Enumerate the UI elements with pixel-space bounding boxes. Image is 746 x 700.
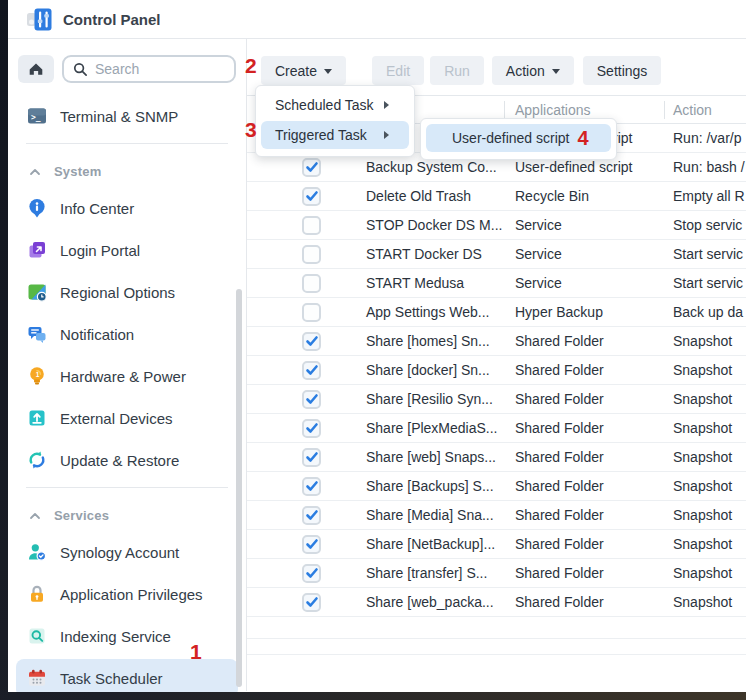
toolbar-button-label: Action bbox=[506, 63, 545, 79]
row-checkbox[interactable] bbox=[302, 593, 321, 612]
row-checkbox[interactable] bbox=[302, 245, 321, 264]
sidebar-item-notification[interactable]: Notification bbox=[16, 315, 238, 353]
row-checkbox[interactable] bbox=[302, 564, 321, 583]
settings-button[interactable]: Settings bbox=[583, 56, 662, 85]
sidebar-item-external-devices[interactable]: External Devices bbox=[16, 399, 238, 437]
row-checkbox[interactable] bbox=[302, 361, 321, 380]
row-checkbox[interactable] bbox=[302, 390, 321, 409]
table-row[interactable]: Share [transfer] S...Shared FolderSnapsh… bbox=[247, 559, 746, 588]
row-checkbox[interactable] bbox=[302, 274, 321, 293]
sidebar-item-synology-account[interactable]: Synology Account bbox=[16, 533, 238, 571]
row-application-cell: Shared Folder bbox=[505, 391, 665, 407]
sidebar-item-indexing-service[interactable]: Indexing Service bbox=[16, 617, 238, 655]
sidebar-item-update-restore[interactable]: Update & Restore bbox=[16, 441, 238, 479]
row-application-cell: Shared Folder bbox=[505, 362, 665, 378]
row-action-cell: Back up da bbox=[665, 304, 746, 320]
row-name-cell: START Docker DS bbox=[247, 245, 505, 264]
task-name: Share [NetBackup]... bbox=[366, 536, 495, 552]
row-application-cell: Service bbox=[505, 246, 665, 262]
submenu-arrow-icon bbox=[384, 131, 389, 139]
sidebar-scrollbar[interactable] bbox=[236, 289, 242, 687]
caret-down-icon bbox=[552, 69, 560, 74]
control-panel-window: Control Panel Search >_Terminal & SNMP S… bbox=[8, 0, 746, 692]
row-checkbox[interactable] bbox=[302, 448, 321, 467]
search-input[interactable]: Search bbox=[62, 55, 236, 83]
table-row[interactable]: START Docker DSServiceStart servic bbox=[247, 240, 746, 269]
sidebar-item-hardware-power[interactable]: 1Hardware & Power bbox=[16, 357, 238, 395]
table-row[interactable]: Share [Backups] S...Shared FolderSnapsho… bbox=[247, 472, 746, 501]
sidebar-divider bbox=[26, 143, 228, 144]
annotation-number: 4 bbox=[578, 127, 589, 150]
row-checkbox[interactable] bbox=[302, 216, 321, 235]
row-name-cell: Share [docker] Sn... bbox=[247, 361, 505, 380]
login-portal-icon bbox=[27, 240, 47, 260]
table-row[interactable]: Share [Resilio Syn...Shared FolderSnapsh… bbox=[247, 385, 746, 414]
table-row[interactable]: Share [NetBackup]...Shared FolderSnapsho… bbox=[247, 530, 746, 559]
menu-item-scheduled-task[interactable]: Scheduled Task bbox=[261, 91, 409, 119]
sidebar-item-label: Synology Account bbox=[60, 544, 179, 561]
row-checkbox[interactable] bbox=[302, 303, 321, 322]
row-checkbox[interactable] bbox=[302, 506, 321, 525]
task-name: Share [PlexMediaS... bbox=[366, 420, 498, 436]
section-header-services[interactable]: Services bbox=[8, 496, 246, 533]
application-privileges-icon bbox=[27, 584, 47, 604]
title-bar: Control Panel bbox=[8, 0, 746, 39]
row-checkbox[interactable] bbox=[302, 332, 321, 351]
sidebar-item-label: Update & Restore bbox=[60, 452, 179, 469]
table-row[interactable]: Share [Media] Sna...Shared FolderSnapsho… bbox=[247, 501, 746, 530]
row-checkbox[interactable] bbox=[302, 477, 321, 496]
row-action-cell: Start servic bbox=[665, 246, 746, 262]
create-button[interactable]: Create bbox=[261, 56, 346, 85]
row-action-cell: Snapshot bbox=[665, 594, 746, 610]
row-checkbox[interactable] bbox=[302, 187, 321, 206]
svg-text:>_: >_ bbox=[31, 113, 41, 122]
sidebar-item-application-privileges[interactable]: Application Privileges bbox=[16, 575, 238, 613]
sidebar-item-label: Login Portal bbox=[60, 242, 140, 259]
row-checkbox[interactable] bbox=[302, 419, 321, 438]
home-button[interactable] bbox=[18, 55, 54, 83]
caret-down-icon bbox=[324, 69, 332, 74]
sidebar-item-login-portal[interactable]: Login Portal bbox=[16, 231, 238, 269]
section-header-system[interactable]: System bbox=[8, 152, 246, 189]
window-title: Control Panel bbox=[63, 11, 161, 28]
action-button[interactable]: Action bbox=[492, 56, 574, 85]
task-name: STOP Docker DS M... bbox=[366, 217, 502, 233]
row-application-cell: User-defined script bbox=[505, 159, 665, 175]
table-row[interactable]: Share [web_packa...Shared FolderSnapshot bbox=[247, 588, 746, 617]
sidebar-item-label: Regional Options bbox=[60, 284, 175, 301]
row-checkbox[interactable] bbox=[302, 535, 321, 554]
table-row[interactable]: Share [homes] Sn...Shared FolderSnapshot bbox=[247, 327, 746, 356]
table-row[interactable]: Delete Old TrashRecycle BinEmpty all R bbox=[247, 182, 746, 211]
table-row[interactable]: Share [web] Snaps...Shared FolderSnapsho… bbox=[247, 443, 746, 472]
submenu-item-user-defined-script[interactable]: User-defined script4 bbox=[426, 124, 611, 152]
svg-text:1: 1 bbox=[36, 371, 40, 378]
sidebar-item-terminal-snmp[interactable]: >_Terminal & SNMP bbox=[16, 97, 238, 135]
sidebar-item-info-center[interactable]: Info Center bbox=[16, 189, 238, 227]
table-row[interactable]: Share [docker] Sn...Shared FolderSnapsho… bbox=[247, 356, 746, 385]
control-panel-icon bbox=[26, 6, 53, 33]
row-action-cell: Snapshot bbox=[665, 333, 746, 349]
menu-item-triggered-task[interactable]: Triggered Task bbox=[261, 121, 409, 149]
table-row[interactable]: App Settings Web...Hyper BackupBack up d… bbox=[247, 298, 746, 327]
sidebar-item-task-scheduler[interactable]: Task Scheduler bbox=[16, 659, 238, 692]
search-icon bbox=[73, 62, 88, 77]
row-checkbox[interactable] bbox=[302, 158, 321, 177]
section-label: Services bbox=[54, 508, 109, 523]
table-row[interactable]: Share [PlexMediaS...Shared FolderSnapsho… bbox=[247, 414, 746, 443]
table-header-cell: Applications bbox=[505, 101, 665, 119]
indexing-service-icon bbox=[27, 626, 47, 646]
row-name-cell: Delete Old Trash bbox=[247, 187, 505, 206]
row-action-cell: Run: bash / bbox=[665, 159, 746, 175]
row-name-cell: START Medusa bbox=[247, 274, 505, 293]
regional-options-icon bbox=[27, 282, 47, 302]
sidebar-item-label: Hardware & Power bbox=[60, 368, 186, 385]
task-name: Share [transfer] S... bbox=[366, 565, 487, 581]
empty-row bbox=[247, 617, 746, 639]
menu-item-label: Triggered Task bbox=[275, 127, 367, 143]
table-row[interactable]: STOP Docker DS M...ServiceStop servic bbox=[247, 211, 746, 240]
task-table: ApplicationsAction User-defined scriptRu… bbox=[247, 95, 746, 655]
triggered-task-submenu: User-defined script4 bbox=[420, 118, 617, 160]
table-row[interactable]: START MedusaServiceStart servic bbox=[247, 269, 746, 298]
row-action-cell: Snapshot bbox=[665, 507, 746, 523]
sidebar-item-regional-options[interactable]: Regional Options bbox=[16, 273, 238, 311]
